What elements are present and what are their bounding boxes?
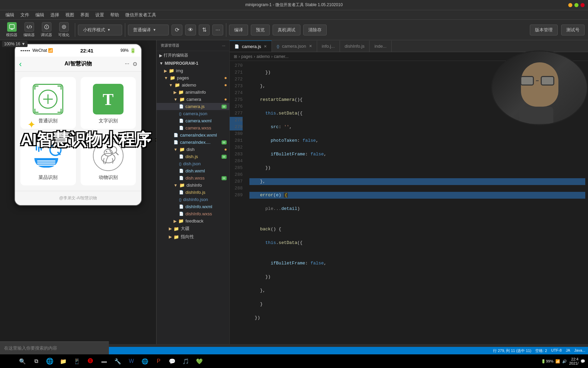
more-nav-btn[interactable]: ··· (125, 61, 129, 67)
filetree-item-dish-json[interactable]: {} dish.json (157, 160, 229, 167)
taskbar-edge[interactable]: 🌐 (44, 355, 56, 367)
svg-line-3 (29, 25, 30, 29)
phone-frame: ●●●●● WeChat 📶 22:41 99% 🔋 ‹ AI智慧识物 ··· … (14, 44, 142, 206)
svg-point-11 (106, 151, 107, 152)
filetree-item-dajian[interactable]: ▶ 📁 大疆 (157, 225, 229, 233)
scan-label: 普通识别 (38, 118, 58, 124)
grid-item-animal[interactable]: 动物识别 (81, 134, 136, 185)
percent-indicator[interactable]: 100% 16 ▼ (2, 41, 28, 47)
taskbar-chrome[interactable]: 🌐 (139, 355, 151, 367)
mode-dropdown[interactable]: 小程序模式 ▼ (78, 25, 122, 35)
grid-item-scan[interactable]: 普通识别 (20, 77, 76, 129)
taskbar-terminal[interactable]: ▬ (98, 355, 110, 367)
debugger-btn[interactable]: 调试器 (38, 21, 55, 39)
filetree-item-dishinfo-wxss[interactable]: 📄 dishInfo.wxss (157, 210, 229, 217)
grid-item-text[interactable]: T 文字识别 (81, 77, 136, 129)
close-btn[interactable] (581, 3, 585, 7)
editor-btn[interactable]: 编辑器 (21, 21, 37, 39)
filetree-item-dish-js[interactable]: 📄 dish.js M (157, 153, 229, 160)
svg-rect-0 (10, 25, 14, 29)
filetree-item-root[interactable]: ▼ MINIPROGRAM-1 (157, 60, 229, 67)
maximize-btn[interactable] (574, 3, 578, 7)
filetree-item-cameraindex-wxml[interactable]: 📄 cameraIndex.wxml (157, 132, 229, 139)
filetree-item-dishinfo-folder[interactable]: ▼ 📁 dishInfo (157, 182, 229, 189)
taskbar-wechat-dev[interactable]: 📱 (71, 355, 83, 367)
filetree-item-dishinfo-js[interactable]: 📄 dishInfo.js (157, 189, 229, 196)
taskbar-word[interactable]: W (125, 355, 137, 367)
minimize-btn[interactable] (568, 3, 572, 7)
preview-btn[interactable]: 预览 (251, 25, 270, 35)
filetree-item-camera-wxml[interactable]: 📄 camera.wxml (157, 117, 229, 124)
clear-btn[interactable]: 清除存 (303, 25, 327, 35)
filetree-item-dish-wxss[interactable]: 📄 dish.wxss M (157, 174, 229, 182)
filetree-item-img[interactable]: ▶ 📁 img (157, 67, 229, 74)
filetree-item-aidemo[interactable]: ▼ 📁 aidemo (157, 81, 229, 89)
filetree-item-cameraindex2[interactable]: 📄 cameraIndex.... M (157, 139, 229, 146)
taskbar-app3[interactable]: 🔧 (112, 355, 124, 367)
tab-dishinfo-js[interactable]: dishInfo.js (340, 41, 370, 52)
camera-nav-btn[interactable]: ⊙ (133, 61, 137, 67)
svg-line-13 (116, 152, 118, 155)
taskbar-wx[interactable]: 💬 (166, 355, 178, 367)
filetree-item-dish-wxml[interactable]: 📄 dish.wxml (157, 167, 229, 174)
compile-action-btn[interactable]: 编译 (229, 25, 248, 35)
filetree-header: 资源管理器 ··· (157, 40, 229, 51)
more-btn[interactable]: ··· (212, 25, 223, 35)
filetree-item-camera-folder[interactable]: ▼ 📁 camera (157, 96, 229, 103)
tab-camera-json[interactable]: {} camera.json ✕ (272, 41, 317, 52)
menu-view[interactable]: 视图 (63, 11, 77, 19)
taskbar-wechat[interactable]: 💚 (193, 355, 206, 367)
tab-camera-js[interactable]: 📄 camera.js ✕ (230, 41, 272, 52)
menu-edit2[interactable]: 编辑 (33, 11, 47, 19)
share-btn[interactable]: ⇅ (199, 25, 210, 35)
menu-devtools[interactable]: 微信开发者工具 (122, 11, 159, 19)
start-btn[interactable]: ⊞ (3, 355, 15, 367)
filetree-item-dishinfo-json[interactable]: {} dishInfo.json (157, 196, 229, 203)
simulator-label: 模拟器 (6, 32, 17, 37)
taskbar-music[interactable]: 🎵 (180, 355, 192, 367)
grid-item-dish[interactable]: 菜品识别 (20, 134, 76, 185)
filetree-item-open-editors[interactable]: ▶ 打开的编辑器 (157, 51, 229, 60)
cursor-position: 行 279, 列 11 (选中 11) (493, 348, 532, 353)
tab-info[interactable]: info.j... (317, 41, 340, 52)
filetree-item-camera-js[interactable]: 📄 camera.js M (157, 103, 229, 110)
menu-select[interactable]: 选择 (48, 11, 62, 19)
tab-close-camera-js[interactable]: ✕ (264, 44, 267, 49)
taskbar-network: 📶 (555, 359, 560, 364)
menu-file[interactable]: 文件 (18, 11, 32, 19)
filetree-item-camera-json[interactable]: {} camera.json (157, 110, 229, 117)
compile-dropdown[interactable]: 普通编译 ▼ (128, 25, 169, 35)
filetree-item-dish-folder[interactable]: ▼ 📁 dish (157, 146, 229, 153)
test-btn[interactable]: 测试号 (561, 25, 585, 35)
mode-label: 小程序模式 (83, 27, 105, 33)
version-mgmt-btn[interactable]: 版本管理 (530, 25, 558, 35)
menu-help[interactable]: 帮助 (108, 11, 122, 19)
real-debug-btn[interactable]: 真机调试 (273, 25, 300, 35)
filetree-item-zhixiang[interactable]: ▶ 📁 指向性 (157, 233, 229, 241)
page-title: AI智慧识物 (65, 60, 92, 67)
menu-settings[interactable]: 设置 (93, 11, 107, 19)
debugger-label: 调试器 (41, 32, 52, 37)
visual-btn[interactable]: 可视化 (55, 21, 72, 39)
menu-edit[interactable]: 编辑 (3, 11, 17, 19)
filetree-more-icon[interactable]: ··· (222, 44, 225, 48)
eye-btn[interactable]: 👁 (185, 25, 196, 35)
tab-close-camera-json[interactable]: ✕ (309, 44, 312, 48)
refresh-btn[interactable]: ⟳ (172, 25, 182, 35)
filetree-item-dishinfo-wxml[interactable]: 📄 dishInfo.wxml (157, 203, 229, 210)
simulator-btn[interactable]: 模拟器 (3, 21, 20, 39)
menu-interface[interactable]: 界面 (78, 11, 92, 19)
search-text[interactable]: 在这里输入你要搜索的内容 (4, 345, 57, 351)
filetree-item-pages[interactable]: ▼ 📁 pages (157, 74, 229, 81)
back-btn[interactable]: ‹ (19, 60, 22, 68)
filetree-item-camera-wxss[interactable]: 📄 camera.wxss (157, 124, 229, 132)
filetree-item-animalinfo[interactable]: ▶ 📁 animalInfo (157, 89, 229, 96)
taskbar-notif[interactable]: 💬 (581, 359, 585, 364)
taskbar-ppt[interactable]: P (152, 355, 165, 367)
taskbar-search[interactable]: 🔍 (16, 355, 29, 367)
taskbar-explorer[interactable]: 📁 (57, 355, 69, 367)
tab-inde[interactable]: inde... (370, 41, 391, 52)
taskbar-taskview[interactable]: ⧉ (30, 355, 42, 367)
filetree-item-feedback[interactable]: ▶ 📁 feedback (157, 217, 229, 225)
taskbar-app1[interactable]: 🅢 (84, 355, 97, 367)
